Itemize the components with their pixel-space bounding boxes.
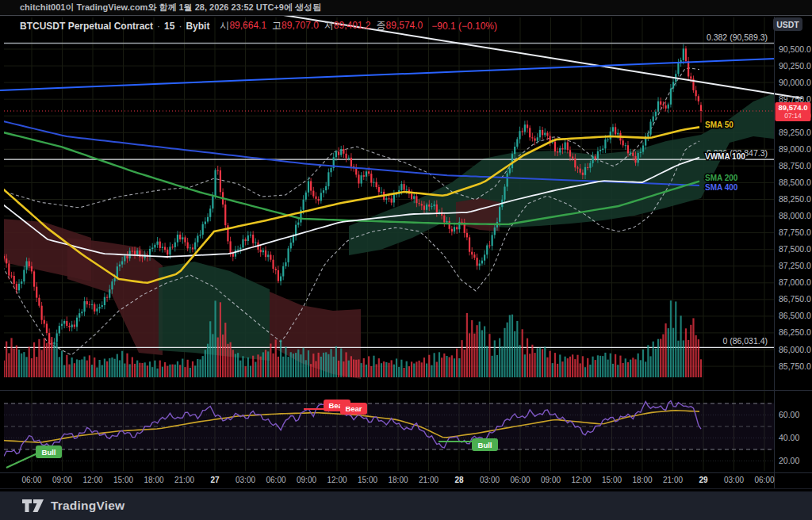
price-tick-label: 89,000.0 [779,144,811,154]
tradingview-logo-icon[interactable] [22,499,44,512]
exchange-label: Bybit [186,21,209,32]
price-tick-label: 87,750.0 [779,228,811,237]
time-axis[interactable]: 06:0009:0012:0015:0018:0021:002703:0006:… [21,476,774,484]
rsi-tick-label: 20.00 [779,456,799,465]
interval-label[interactable]: 15 [164,21,174,32]
bull-badge-label: Bull [478,441,492,449]
time-tick-label: 15:00 [358,476,377,484]
time-tick-label: 09:00 [541,476,561,484]
rsi-tick-label: 40.00 [779,433,799,442]
price-tick-label: 88,250.0 [779,194,811,204]
time-tick-label: 21:00 [174,476,194,484]
price-tick-label: 89,250.0 [779,128,811,137]
time-tick-label: 12:00 [82,476,102,484]
time-tick-label: 03:00 [724,476,744,484]
rsi-axis[interactable]: 60.0040.0020.00 [779,410,799,465]
ma-label: SMA 400 [705,183,738,192]
time-tick-label: 06:00 [21,476,41,484]
ma-label: SMA 200 [705,174,738,182]
time-tick-label: 03:00 [480,476,500,484]
attribution-text: chitchit001이 TradingView.com와 함께 1월 28, … [20,2,321,13]
change-value: −90.1 (−0.10%) [431,21,497,32]
time-tick-label: 12:00 [327,476,347,484]
time-tick-label: 21:00 [419,476,439,484]
legend-separator-1: · [156,21,161,32]
price-tick-label: 85,750.0 [779,361,811,371]
symbol-title[interactable]: BTCUSDT Perpetual Contract [20,21,153,32]
badge-countdown: 07:14 [784,112,802,120]
time-tick-label: 15:00 [602,476,622,484]
price-tick-label: 87,250.0 [779,261,811,270]
fib-level-label: 0.382 (90,589.3) [707,32,768,42]
ma-label: SMA 50 [705,120,733,129]
time-tick-label: 18:00 [388,476,408,484]
fib-level-label: 0 (86,031.4) [722,336,768,346]
time-tick-label: 09:00 [52,476,72,484]
time-tick-label: 18:00 [632,476,652,484]
tradingview-logo-text[interactable]: TradingView [51,499,124,513]
open-value: 시89,664.1 [220,19,266,32]
close-value: 종89,574.0 [377,19,423,32]
attribution-bar: chitchit001이 TradingView.com와 함께 1월 28, … [0,0,812,16]
time-tick-label: 06:00 [754,476,774,484]
ma-label: VWMA 100 [705,152,745,161]
current-price-badge: 89,574.007:14 [776,102,811,121]
price-tick-label: 87,000.0 [779,277,811,287]
rsi-pane [0,401,774,457]
price-tick-label: 87,500.0 [779,244,811,254]
bear-badge-label: Bear [345,404,362,413]
low-value: 저89,401.2 [324,19,371,32]
time-tick-label: 12:00 [571,476,591,484]
currency-toggle-button[interactable]: USDT [773,17,802,31]
ohlc-values: 시89,664.1 고89,707.0 저89,401.2 종89,574.0 [220,19,423,32]
price-tick-label: 86,500.0 [779,311,811,320]
rsi-tick-label: 60.00 [779,410,799,419]
footer-bar: TradingView [0,491,812,520]
time-tick-label: 06:00 [266,476,285,484]
time-tick-label: 09:00 [297,476,316,484]
high-value: 고89,707.0 [272,19,319,32]
tradingview-snapshot: 0.382 (90,589.3)0.236 (88,847.3)0 (86,03… [0,0,812,520]
chart-legend[interactable]: BTCUSDT Perpetual Contract · 15 · Bybit … [20,19,497,32]
price-tick-label: 88,500.0 [779,178,811,187]
chart-canvas[interactable]: 0.382 (90,589.3)0.236 (88,847.3)0 (86,03… [0,0,812,520]
price-tick-label: 86,750.0 [779,294,811,304]
time-tick-label: 27 [210,476,220,484]
price-tick-label: 90,250.0 [779,61,811,71]
time-tick-label: 28 [454,476,464,484]
badge-price: 89,574.0 [779,103,808,112]
time-tick-label: 29 [699,476,708,484]
time-tick-label: 21:00 [663,476,683,484]
time-tick-label: 03:00 [236,476,255,484]
time-tick-label: 15:00 [113,476,133,484]
price-tick-label: 88,000.0 [779,211,811,220]
price-tick-label: 86,250.0 [779,327,811,337]
time-tick-label: 18:00 [144,476,163,484]
price-tick-label: 86,000.0 [779,345,811,354]
price-tick-label: 90,500.0 [779,44,811,54]
legend-separator-2: · [178,21,182,32]
time-tick-label: 06:00 [510,476,530,484]
price-tick-label: 90,000.0 [779,78,811,87]
bull-badge-label: Bull [42,448,56,457]
price-tick-label: 88,750.0 [779,161,811,170]
